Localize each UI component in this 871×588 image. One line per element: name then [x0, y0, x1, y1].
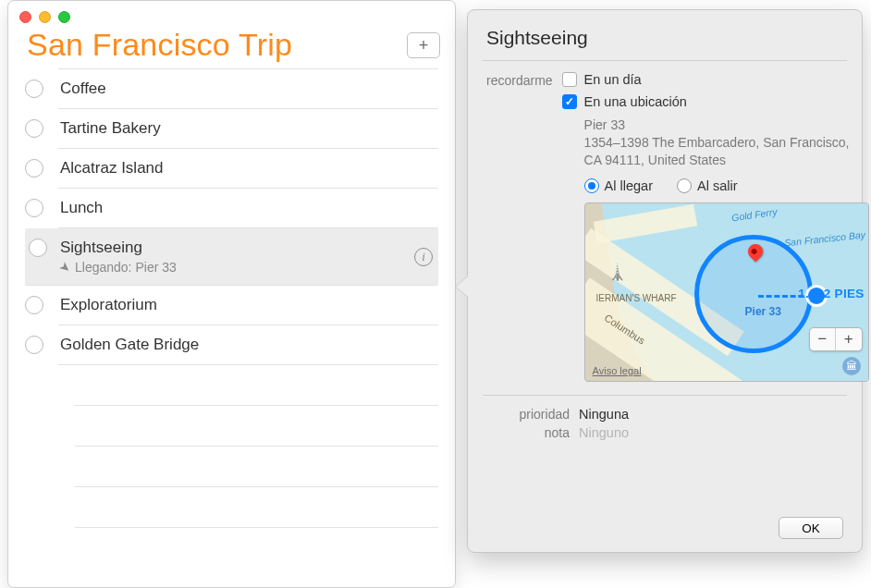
list-item-selected[interactable]: Sightseeing ➤ Llegando: Pier 33 i [25, 228, 438, 286]
complete-toggle[interactable] [25, 80, 43, 98]
zoom-icon[interactable] [58, 11, 70, 23]
panel-title: Sightseeing [486, 27, 843, 49]
list-title: San Francisco Trip [27, 27, 292, 63]
reminder-title: Coffee [60, 80, 106, 98]
complete-toggle[interactable] [29, 239, 47, 257]
radius-label: 1.312 PIES [798, 287, 864, 300]
note-field[interactable]: Ninguno [579, 425, 629, 440]
map-zoom-control: − + [809, 327, 863, 351]
window-controls [8, 1, 455, 23]
on-a-day-checkbox[interactable] [562, 72, 577, 87]
map-label: IERMAN'S WHARF [596, 294, 677, 303]
reminder-title: Alcatraz Island [60, 159, 164, 178]
list-item[interactable]: Exploratorium [58, 286, 438, 325]
complete-toggle[interactable] [25, 159, 43, 178]
leaving-option[interactable]: Al salir [677, 178, 738, 193]
reminder-title: Exploratorium [60, 296, 157, 314]
priority-label: prioridad [486, 407, 570, 422]
reminder-title: Tartine Bakery [60, 119, 161, 138]
list-item[interactable]: Coffee [58, 68, 438, 109]
list-item[interactable]: Tartine Bakery [58, 109, 438, 149]
leaving-radio[interactable] [677, 178, 692, 193]
details-popover: Sightseeing recordarme En un día En una … [467, 9, 863, 553]
reminders-window: San Francisco Trip + Coffee Tartine Bake… [7, 0, 456, 588]
complete-toggle[interactable] [25, 199, 43, 217]
ok-button[interactable]: OK [779, 517, 843, 539]
empty-row [75, 406, 438, 447]
reminder-title: Golden Gate Bridge [60, 336, 199, 354]
list-item[interactable]: Lunch [58, 189, 438, 228]
zoom-in-button[interactable]: + [836, 328, 862, 350]
reminder-title: Sightseeing [60, 239, 142, 256]
arriving-option[interactable]: Al llegar [584, 178, 653, 193]
on-a-day-label: En un día [584, 72, 642, 87]
minimize-icon[interactable] [39, 11, 51, 23]
empty-row [75, 447, 438, 487]
priority-value[interactable]: Ninguna [579, 407, 629, 422]
landmark-icon: 🗼 [607, 263, 627, 282]
location-icon: ➤ [56, 258, 74, 276]
add-reminder-button[interactable]: + [407, 32, 440, 58]
list-item[interactable]: Alcatraz Island [58, 149, 438, 189]
map-legal-link[interactable]: Aviso legal [593, 365, 642, 376]
at-location-checkbox[interactable] [562, 94, 577, 109]
empty-row [75, 487, 438, 528]
arriving-radio[interactable] [584, 178, 599, 193]
note-label: nota [486, 425, 570, 440]
museum-poi-icon: 🏛 [842, 357, 861, 375]
complete-toggle[interactable] [25, 119, 43, 138]
zoom-out-button[interactable]: − [810, 328, 836, 350]
remind-me-label: recordarme [486, 72, 553, 88]
map-pier-label: Pier 33 [745, 305, 781, 318]
at-location-label: En una ubicación [584, 94, 687, 109]
popover-pointer [456, 276, 468, 297]
reminders-list: Coffee Tartine Bakery Alcatraz Island Lu… [8, 68, 455, 528]
complete-toggle[interactable] [25, 296, 43, 314]
info-button[interactable]: i [414, 248, 433, 266]
close-icon[interactable] [19, 11, 31, 23]
complete-toggle[interactable] [25, 336, 43, 354]
location-map[interactable]: 🗼 IERMAN'S WHARF Columbus Gold Ferry San… [584, 202, 869, 382]
list-item[interactable]: Golden Gate Bridge [58, 325, 438, 365]
reminder-subtitle: ➤ Llegando: Pier 33 [60, 260, 438, 275]
reminder-title: Lunch [60, 199, 103, 217]
empty-row [75, 365, 438, 406]
location-address: Pier 33 1354–1398 The Embarcadero, San F… [584, 116, 869, 169]
